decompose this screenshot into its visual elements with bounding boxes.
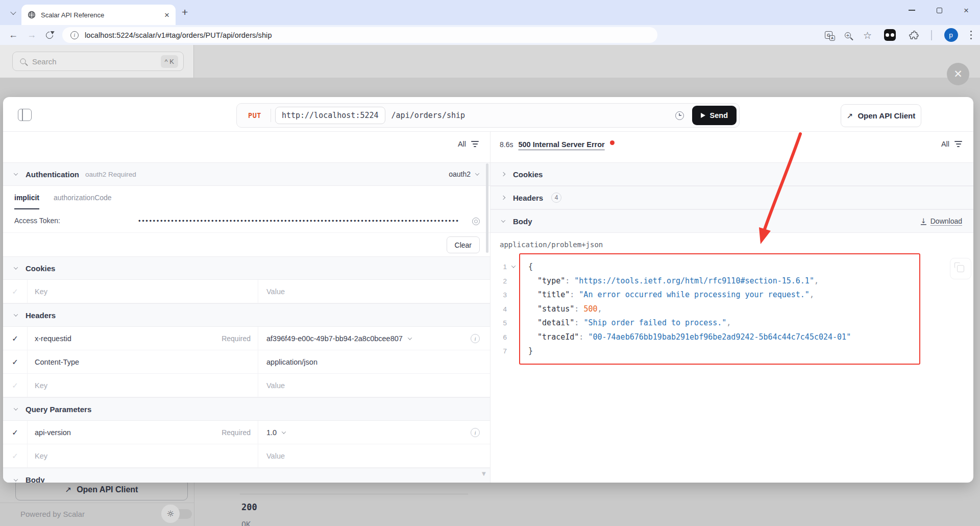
request-panel: All Authentication oauth2 Required oauth… [3, 132, 490, 483]
info-icon[interactable] [471, 334, 480, 343]
request-path[interactable]: /api/orders/ship [391, 111, 465, 120]
header-value-input[interactable] [266, 381, 480, 390]
chevron-down-icon [475, 171, 479, 175]
scrollbar-thumb[interactable] [486, 163, 488, 253]
send-button[interactable]: Send [692, 106, 737, 125]
header-key-input[interactable] [35, 381, 251, 390]
header-value[interactable]: application/json [266, 358, 317, 366]
check-icon[interactable]: ✓ [12, 334, 18, 343]
request-filter[interactable]: All [458, 140, 479, 148]
eye-icon[interactable] [472, 218, 480, 225]
clear-button[interactable]: Clear [447, 236, 480, 253]
response-filter[interactable]: All [941, 140, 962, 148]
screen: Scalar API Reference × + × ← → localhost… [0, 0, 980, 526]
response-body-title: Body [513, 217, 532, 226]
clear-row: Clear [3, 233, 490, 256]
powered-by-scalar: Powered by Scalar [20, 510, 85, 518]
content-type-value: application/problem+json [500, 241, 603, 249]
query-empty-row: ✓ [3, 444, 490, 468]
check-icon[interactable]: ✓ [12, 428, 18, 437]
sidebar-toggle-icon[interactable] [18, 109, 32, 121]
access-token-label: Access Token: [14, 217, 60, 225]
header-value[interactable]: af396f49-e00c-49b7-bb94-2a8c0bcee807 [266, 334, 403, 343]
cookie-value-input[interactable] [266, 288, 480, 296]
section-body[interactable]: Body [3, 468, 490, 483]
required-label: Required [222, 428, 251, 437]
query-parameters-title: Query Parameters [26, 405, 91, 414]
external-link-icon: ↗ [65, 485, 72, 494]
play-icon [701, 113, 705, 118]
send-label: Send [710, 111, 728, 119]
filter-icon [471, 141, 479, 147]
access-token-row: Access Token: ••••••••••••••••••••••••••… [3, 209, 490, 233]
response-section-cookies[interactable]: Cookies [491, 162, 973, 186]
chevron-down-icon[interactable] [282, 429, 286, 434]
tab-authorization-code[interactable]: authorizationCode [54, 186, 112, 209]
download-label: Download [930, 217, 962, 225]
chevron-down-icon [14, 171, 18, 175]
filter-label: All [458, 140, 466, 148]
check-icon[interactable]: ✓ [12, 381, 18, 390]
section-query-parameters[interactable]: Query Parameters [3, 397, 490, 421]
external-link-icon: ↗ [847, 111, 853, 121]
section-cookies[interactable]: Cookies [3, 256, 490, 280]
response-section-body[interactable]: Body ↓ Download [491, 209, 973, 233]
check-icon[interactable]: ✓ [12, 451, 18, 461]
access-token-masked-value[interactable]: ••••••••••••••••••••••••••••••••••••••••… [138, 217, 468, 225]
tab-implicit[interactable]: implicit [14, 186, 39, 209]
history-clock-icon[interactable] [675, 111, 684, 120]
header-key[interactable]: Content-Type [35, 358, 79, 366]
section-authentication[interactable]: Authentication oauth2 Required oauth2 [3, 162, 490, 186]
check-icon[interactable]: ✓ [12, 287, 18, 296]
error-status-dot [610, 140, 615, 145]
background-divider [240, 494, 468, 494]
info-icon[interactable] [471, 428, 480, 437]
code-lines[interactable]: { "type": "https://tools.ietf.org/html/r… [528, 260, 965, 358]
cookie-empty-row: ✓ [3, 280, 490, 303]
content-type-row: application/problem+json [491, 233, 973, 256]
authentication-title: Authentication [26, 170, 79, 179]
auth-flow-tabs: implicit authorizationCode [3, 186, 490, 209]
copy-button[interactable] [950, 258, 971, 279]
background-open-api-client-label: Open API Client [77, 485, 138, 494]
response-status[interactable]: 500 Internal Server Error [518, 140, 604, 149]
check-icon[interactable]: ✓ [12, 357, 18, 367]
download-link[interactable]: ↓ Download [921, 217, 962, 225]
open-api-client-button[interactable]: ↗ Open API Client [841, 104, 921, 127]
query-row-api-version: ✓ api-version Required 1.0 [3, 421, 490, 444]
cookie-key-input[interactable] [35, 288, 251, 296]
download-icon: ↓ [921, 218, 926, 225]
query-value[interactable]: 1.0 [266, 428, 277, 437]
section-headers[interactable]: Headers [3, 303, 490, 327]
method-badge: PUT [248, 111, 261, 119]
chevron-down-icon[interactable] [408, 336, 412, 340]
copy-icon [957, 265, 964, 272]
auth-scheme-select[interactable]: oauth2 [449, 170, 479, 178]
background-status-text: OK [241, 520, 251, 526]
query-key[interactable]: api-version [35, 428, 71, 437]
filter-label: All [941, 140, 949, 148]
request-bar[interactable]: PUT http://localhost:5224 /api/orders/sh… [236, 103, 740, 128]
response-section-headers[interactable]: Headers 4 [491, 186, 973, 209]
server-url[interactable]: http://localhost:5224 [275, 107, 385, 124]
sun-icon[interactable]: ☼ [161, 505, 180, 523]
cookies-title: Cookies [26, 264, 55, 273]
query-key-input[interactable] [35, 452, 251, 460]
header-empty-row: ✓ [3, 374, 490, 397]
modal-header: PUT http://localhost:5224 /api/orders/sh… [3, 97, 973, 132]
fold-chevron-icon[interactable] [511, 264, 516, 268]
code-gutter: 1234567 [491, 260, 507, 358]
header-key[interactable]: x-requestid [35, 334, 71, 343]
chevron-down-icon [501, 218, 505, 222]
query-value-input[interactable] [266, 452, 480, 460]
chevron-down-icon [14, 477, 18, 481]
response-duration: 8.6s [500, 140, 513, 149]
open-api-client-label: Open API Client [857, 111, 915, 120]
scrollbar-down-arrow[interactable]: ▼ [482, 471, 486, 476]
chevron-down-icon [14, 406, 18, 410]
chevron-right-icon [501, 196, 505, 200]
response-panel: 8.6s 500 Internal Server Error All Cooki… [490, 132, 973, 483]
required-label: Required [222, 334, 251, 343]
header-row-x-requestid: ✓ x-requestid Required af396f49-e00c-49b… [3, 327, 490, 350]
authentication-subtitle: oauth2 Required [85, 171, 136, 178]
